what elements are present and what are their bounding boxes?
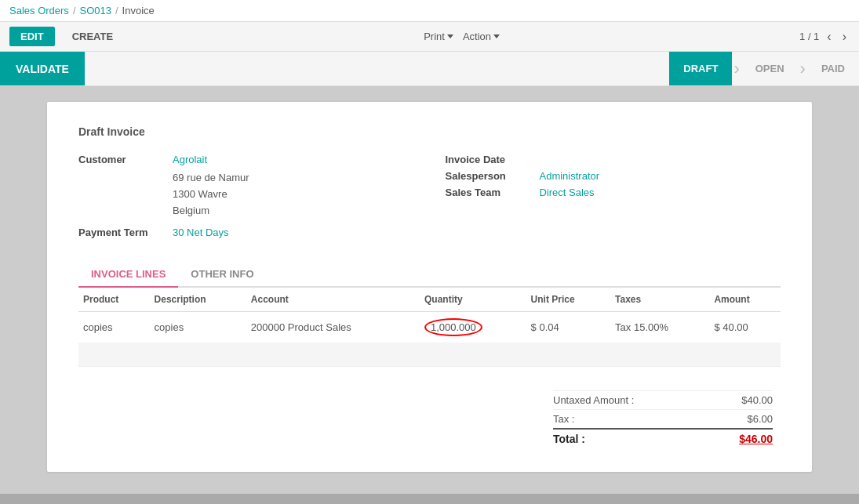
breadcrumb-so013[interactable]: SO013 xyxy=(80,5,111,16)
total-row: Total : $46.00 xyxy=(553,428,773,448)
breadcrumb-sales-orders[interactable]: Sales Orders xyxy=(9,5,69,16)
cell-account: 200000 Product Sales xyxy=(246,312,420,343)
payment-term-label: Payment Term xyxy=(78,227,173,238)
customer-row: Customer Agrolait xyxy=(78,154,414,165)
breadcrumb-sep1: / xyxy=(73,5,76,16)
payment-term-value[interactable]: 30 Net Days xyxy=(173,227,229,238)
invoice-title: Draft Invoice xyxy=(78,125,781,138)
salesperson-row: Salesperson Administrator xyxy=(446,170,781,182)
breadcrumb: Sales Orders / SO013 / Invoice xyxy=(0,0,859,22)
tab-other-info[interactable]: OTHER INFO xyxy=(178,262,266,288)
tab-invoice-lines[interactable]: INVOICE LINES xyxy=(78,262,178,288)
breadcrumb-current: Invoice xyxy=(122,5,155,16)
add-item-row[interactable] xyxy=(78,343,781,366)
cell-product: copies xyxy=(78,312,150,343)
validate-button[interactable]: VALIDATE xyxy=(0,52,85,85)
edit-button[interactable]: EDIT xyxy=(9,27,55,46)
salesperson-value[interactable]: Administrator xyxy=(540,170,600,182)
print-dropdown[interactable]: Print xyxy=(424,31,453,42)
stage-arrow-1: › xyxy=(733,59,739,79)
cell-amount: $ 40.00 xyxy=(709,312,781,343)
customer-address: 69 rue de Namur 1300 Wavre Belgium xyxy=(173,170,414,219)
address-line-1: 69 rue de Namur xyxy=(173,170,414,187)
stage-draft[interactable]: DRAFT xyxy=(669,52,732,85)
customer-name[interactable]: Agrolait xyxy=(173,154,207,165)
payment-term-row: Payment Term 30 Net Days xyxy=(78,227,414,238)
sales-team-label: Sales Team xyxy=(446,187,540,198)
totals-section: Untaxed Amount : $40.00 Tax : $6.00 Tota… xyxy=(78,390,781,448)
toolbar: EDIT CREATE Print Action 1 / 1 ‹ › xyxy=(0,22,859,52)
invoice-card: Draft Invoice Customer Agrolait 69 rue d… xyxy=(47,102,812,472)
cell-quantity[interactable]: 1,000.000 xyxy=(420,312,526,343)
total-label: Total : xyxy=(553,433,595,445)
info-section: Customer Agrolait 69 rue de Namur 1300 W… xyxy=(78,154,781,243)
col-description: Description xyxy=(150,288,246,312)
address-line-2: 1300 Wavre xyxy=(173,187,414,203)
print-chevron-icon xyxy=(447,34,453,38)
breadcrumb-sep2: / xyxy=(115,5,118,16)
untaxed-value: $40.00 xyxy=(718,394,773,406)
info-right: Invoice Date Salesperson Administrator S… xyxy=(446,154,781,243)
sales-team-value[interactable]: Direct Sales xyxy=(540,187,595,198)
sales-team-row: Sales Team Direct Sales xyxy=(446,187,781,198)
create-button[interactable]: CREATE xyxy=(61,27,124,46)
untaxed-row: Untaxed Amount : $40.00 xyxy=(553,390,773,409)
col-account: Account xyxy=(246,288,420,312)
tax-label: Tax : xyxy=(553,413,584,425)
main-content: Draft Invoice Customer Agrolait 69 rue d… xyxy=(0,86,859,494)
pagination: 1 / 1 ‹ › xyxy=(799,28,850,45)
action-chevron-icon xyxy=(493,34,500,38)
stage-arrow-2: › xyxy=(800,59,806,79)
untaxed-label: Untaxed Amount : xyxy=(553,394,643,406)
tax-row: Tax : $6.00 xyxy=(553,409,773,428)
info-left: Customer Agrolait 69 rue de Namur 1300 W… xyxy=(78,154,414,243)
totals-table: Untaxed Amount : $40.00 Tax : $6.00 Tota… xyxy=(553,390,773,448)
invoice-table: Product Description Account Quantity Uni… xyxy=(78,288,781,367)
next-button[interactable]: › xyxy=(839,28,850,45)
cell-taxes: Tax 15.00% xyxy=(610,312,709,343)
col-amount: Amount xyxy=(709,288,781,312)
prev-button[interactable]: ‹ xyxy=(824,28,834,45)
quantity-value: 1,000.000 xyxy=(424,318,482,336)
col-quantity: Quantity xyxy=(420,288,526,312)
table-header-row: Product Description Account Quantity Uni… xyxy=(78,288,781,312)
table-row: copies copies 200000 Product Sales 1,000… xyxy=(78,312,781,343)
stage-paid[interactable]: PAID xyxy=(807,52,859,85)
customer-label: Customer xyxy=(78,154,173,165)
col-unit-price: Unit Price xyxy=(526,288,610,312)
action-dropdown[interactable]: Action xyxy=(463,31,500,42)
tabs: INVOICE LINES OTHER INFO xyxy=(78,262,781,288)
status-stages: DRAFT › OPEN › PAID xyxy=(669,52,859,85)
status-bar: VALIDATE DRAFT › OPEN › PAID xyxy=(0,52,859,86)
address-line-3: Belgium xyxy=(173,203,414,219)
stage-open[interactable]: OPEN xyxy=(741,52,799,85)
salesperson-label: Salesperson xyxy=(446,170,540,182)
invoice-date-label: Invoice Date xyxy=(446,154,540,165)
total-value: $46.00 xyxy=(718,433,773,445)
cell-unit-price: $ 0.04 xyxy=(526,312,610,343)
tax-value: $6.00 xyxy=(718,413,773,425)
col-product: Product xyxy=(78,288,150,312)
cell-description: copies xyxy=(150,312,246,343)
col-taxes: Taxes xyxy=(610,288,709,312)
invoice-date-row: Invoice Date xyxy=(446,154,781,165)
